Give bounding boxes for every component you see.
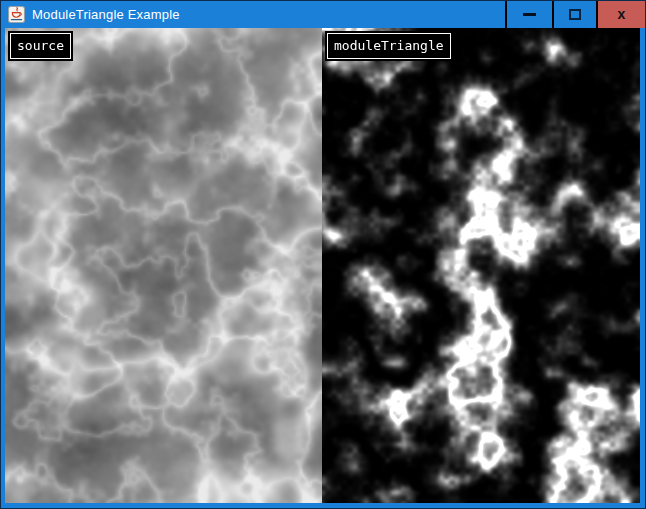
java-coffee-cup-icon xyxy=(8,6,25,23)
module-triangle-noise-image xyxy=(322,28,640,503)
window-controls: x xyxy=(505,1,645,28)
content-area: source moduleTriangle xyxy=(5,28,640,503)
module-triangle-label: moduleTriangle xyxy=(327,33,451,59)
source-label: source xyxy=(10,33,71,59)
minimize-icon xyxy=(523,13,536,16)
module-triangle-panel: moduleTriangle xyxy=(322,28,640,503)
maximize-icon xyxy=(569,9,581,20)
application-window: ModuleTriangle Example x source moduleTr… xyxy=(0,0,646,509)
close-button[interactable]: x xyxy=(596,1,645,28)
titlebar: ModuleTriangle Example x xyxy=(1,1,645,28)
window-title: ModuleTriangle Example xyxy=(32,7,180,22)
source-panel: source xyxy=(5,28,322,503)
close-icon: x xyxy=(618,7,626,21)
source-noise-image xyxy=(5,28,322,503)
minimize-button[interactable] xyxy=(505,1,552,28)
maximize-button[interactable] xyxy=(552,1,596,28)
